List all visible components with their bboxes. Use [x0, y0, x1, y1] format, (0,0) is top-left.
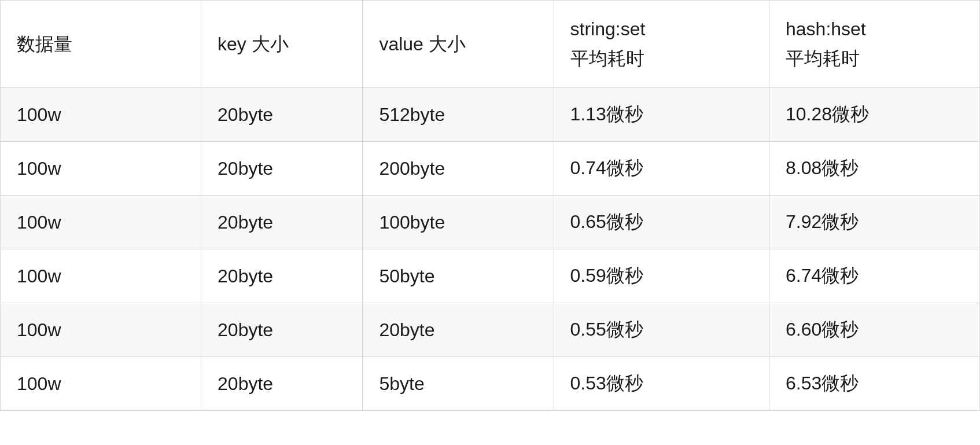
- cell-string-set: 0.59微秒: [554, 249, 769, 303]
- cell-key-size: 20byte: [201, 303, 363, 357]
- header-key-size: key 大小: [201, 1, 363, 88]
- cell-value-size: 200byte: [363, 142, 554, 196]
- table-row: 100w 20byte 20byte 0.55微秒 6.60微秒: [1, 303, 980, 357]
- cell-value-size: 512byte: [363, 88, 554, 142]
- table-row: 100w 20byte 512byte 1.13微秒 10.28微秒: [1, 88, 980, 142]
- table-row: 100w 20byte 200byte 0.74微秒 8.08微秒: [1, 142, 980, 196]
- cell-key-size: 20byte: [201, 249, 363, 303]
- cell-string-set: 0.74微秒: [554, 142, 769, 196]
- cell-hash-hset: 10.28微秒: [769, 88, 979, 142]
- cell-value-size: 100byte: [363, 196, 554, 249]
- cell-volume: 100w: [1, 142, 201, 196]
- cell-value-size: 20byte: [363, 303, 554, 357]
- cell-string-set: 0.55微秒: [554, 303, 769, 357]
- header-string-set: string:set 平均耗时: [554, 1, 769, 88]
- cell-key-size: 20byte: [201, 357, 363, 411]
- cell-volume: 100w: [1, 88, 201, 142]
- cell-hash-hset: 6.74微秒: [769, 249, 979, 303]
- cell-volume: 100w: [1, 303, 201, 357]
- cell-value-size: 5byte: [363, 357, 554, 411]
- cell-volume: 100w: [1, 357, 201, 411]
- cell-string-set: 1.13微秒: [554, 88, 769, 142]
- cell-hash-hset: 6.53微秒: [769, 357, 979, 411]
- cell-hash-hset: 8.08微秒: [769, 142, 979, 196]
- cell-volume: 100w: [1, 249, 201, 303]
- cell-value-size: 50byte: [363, 249, 554, 303]
- cell-key-size: 20byte: [201, 88, 363, 142]
- cell-string-set: 0.65微秒: [554, 196, 769, 249]
- header-value-size: value 大小: [363, 1, 554, 88]
- cell-key-size: 20byte: [201, 196, 363, 249]
- cell-hash-hset: 6.60微秒: [769, 303, 979, 357]
- table-row: 100w 20byte 100byte 0.65微秒 7.92微秒: [1, 196, 980, 249]
- header-hash-hset: hash:hset 平均耗时: [769, 1, 979, 88]
- table-row: 100w 20byte 50byte 0.59微秒 6.74微秒: [1, 249, 980, 303]
- performance-table: 数据量 key 大小 value 大小 string:set 平均耗时 hash…: [0, 0, 980, 411]
- cell-hash-hset: 7.92微秒: [769, 196, 979, 249]
- cell-string-set: 0.53微秒: [554, 357, 769, 411]
- table-header-row: 数据量 key 大小 value 大小 string:set 平均耗时 hash…: [1, 1, 980, 88]
- table-row: 100w 20byte 5byte 0.53微秒 6.53微秒: [1, 357, 980, 411]
- cell-key-size: 20byte: [201, 142, 363, 196]
- header-volume: 数据量: [1, 1, 201, 88]
- cell-volume: 100w: [1, 196, 201, 249]
